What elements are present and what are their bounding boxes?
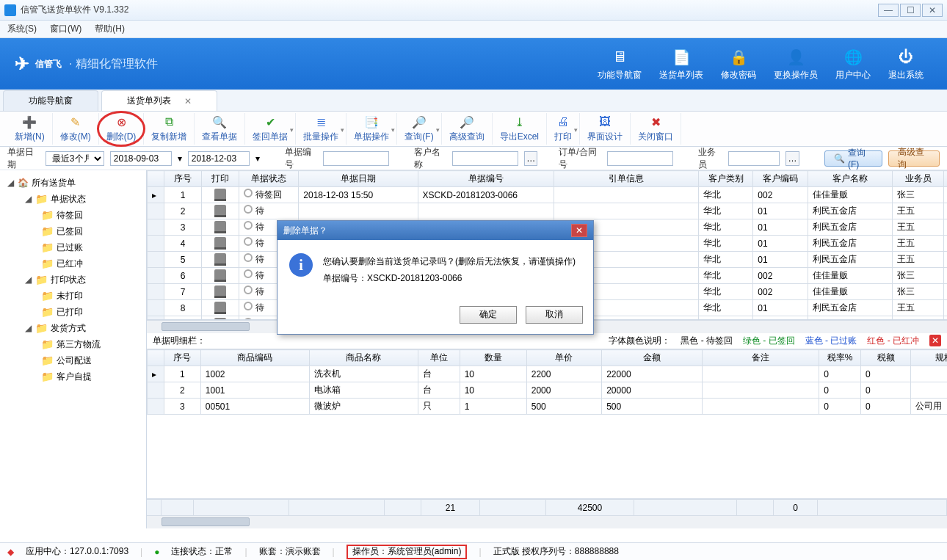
toolbar-界面设计[interactable]: 🖼界面设计 (580, 113, 631, 145)
table-row[interactable]: 21001电冰箱台10200020000001002000 (148, 382, 948, 399)
printer-icon (214, 302, 226, 312)
dialog-close-button[interactable]: ✕ (571, 224, 587, 237)
label-docno: 单据编号 (285, 146, 317, 171)
toolbar-查看单据[interactable]: 🔍查看单据 (195, 113, 245, 145)
cancel-button[interactable]: 取消 (526, 306, 583, 324)
banner-item-1[interactable]: 📄送货单列表 (659, 47, 703, 81)
toolbar-删除(D)[interactable]: ⊗删除(D) (99, 113, 145, 145)
toolbar-新增(N)[interactable]: ➕新增(N) (7, 113, 53, 145)
tree-item[interactable]: 📁第三方物流 (4, 336, 142, 352)
label-date: 单据日期 (7, 146, 40, 171)
toolbar-打印[interactable]: 🖨打印 (547, 113, 580, 145)
table-row[interactable]: ▸1 待签回2018-12-03 15:50XSCKD-20181203-006… (148, 187, 948, 203)
tree-group-docstate[interactable]: ◢📁单据状态 (4, 191, 142, 207)
state-icon (244, 221, 253, 230)
state-icon (244, 237, 253, 246)
docno-input[interactable] (323, 151, 389, 166)
ok-button[interactable]: 确定 (460, 306, 517, 324)
tree-group-shipmethod[interactable]: ◢📁发货方式 (4, 320, 142, 336)
toolbar-导出Excel[interactable]: ⤓导出Excel (493, 113, 547, 145)
info-icon: i (289, 253, 313, 277)
banner-item-4[interactable]: 🌐用户中心 (835, 47, 871, 81)
status-app: 应用中心：127.0.0.1:7093 (26, 545, 128, 558)
totals-row: 21 42500 0 (147, 499, 947, 515)
banner-item-0[interactable]: 🖥功能导航窗 (598, 47, 642, 81)
printer-icon (214, 253, 226, 263)
legend-item: 红色 - 已红冲 (867, 335, 919, 347)
printer-icon (214, 237, 226, 247)
detail-close-button[interactable]: ✕ (929, 335, 941, 346)
state-icon (244, 302, 253, 310)
titlebar: 信管飞送货单软件 V9.1.332 — ☐ ✕ (0, 0, 947, 21)
sales-picker-button[interactable]: … (785, 151, 799, 166)
table-row[interactable]: 2 待华北01利民五金店王五利民五金店张先 (148, 203, 948, 219)
menu-system[interactable]: 系统(S) (7, 23, 37, 35)
tree-root[interactable]: ◢🏠所有送货单 (4, 175, 142, 191)
label-sales: 业务员 (698, 146, 722, 171)
minimize-button[interactable]: — (878, 4, 899, 17)
window-title: 信管飞送货单软件 V9.1.332 (21, 4, 878, 16)
dialog-titlebar[interactable]: 删除单据？ ✕ (277, 221, 593, 240)
toolbar-查询(F)[interactable]: 🔎查询(F) (397, 113, 441, 145)
customer-picker-button[interactable]: … (524, 151, 537, 166)
toolbar-单据操作[interactable]: 📑单据操作 (346, 113, 397, 145)
table-row[interactable]: ▸11002洗衣机台10220022000001002200 (148, 366, 948, 382)
tree-item[interactable]: 📁已签回 (4, 223, 142, 239)
menubar: 系统(S) 窗口(W) 帮助(H) (0, 21, 947, 38)
adv-query-button[interactable]: 高级查询 (888, 150, 940, 167)
close-icon[interactable]: ✕ (184, 96, 192, 106)
toolbar-关闭窗口[interactable]: ✖关闭窗口 (631, 113, 681, 145)
tree-item[interactable]: 📁公司配送 (4, 352, 142, 368)
toolbar-修改(M)[interactable]: ✎修改(M) (53, 113, 99, 145)
detail-grid-wrap[interactable]: 序号商品编码商品名称单位数量单价金额备注税率%税额规格折扣率%折扣单▸11002… (147, 349, 947, 499)
brand-logo: ✈信管飞 (15, 54, 62, 74)
tab-delivery-list[interactable]: 送货单列表✕ (101, 90, 217, 111)
table-row[interactable]: 300501微波炉只150050000公司用100500 (148, 399, 948, 415)
tree-item[interactable]: 📁已过账 (4, 239, 142, 255)
label-customer: 客户名称 (414, 146, 446, 171)
app-icon (4, 4, 16, 16)
date-from-input[interactable] (110, 151, 172, 166)
tree-item[interactable]: 📁已红冲 (4, 255, 142, 272)
tree-item[interactable]: 📁客户自提 (4, 368, 142, 385)
toolbar-复制新增[interactable]: ⧉复制新增 (144, 113, 195, 145)
banner-item-2[interactable]: 🔒修改密码 (721, 47, 756, 81)
tree-item[interactable]: 📁待签回 (4, 207, 142, 223)
h-scrollbar-detail[interactable] (147, 515, 947, 528)
printer-icon (214, 189, 226, 199)
toolbar-高级查询[interactable]: 🔎高级查询 (442, 113, 493, 145)
tree-group-printstate[interactable]: ◢📁打印状态 (4, 272, 142, 288)
date-to-input[interactable] (188, 151, 250, 166)
dialog-message-2: 单据编号：XSCKD-20181203-0066 (323, 270, 576, 287)
delete-confirm-dialog: 删除单据？ ✕ i 您确认要删除当前送货单记录吗？(删除后无法恢复，请谨慎操作)… (277, 220, 594, 335)
toolbar-批量操作[interactable]: ≣批量操作 (296, 113, 346, 145)
printer-icon (214, 269, 226, 280)
legend-label: 字体颜色说明： (609, 335, 670, 347)
banner-item-3[interactable]: 👤更换操作员 (774, 47, 818, 81)
customer-input[interactable] (452, 151, 518, 166)
legend-item: 绿色 - 已签回 (743, 335, 795, 347)
tree-item[interactable]: 📁已打印 (4, 304, 142, 320)
state-icon (244, 269, 253, 278)
state-icon (244, 286, 253, 294)
close-button[interactable]: ✕ (922, 4, 943, 17)
date-range-select[interactable]: 最近3个月 (46, 151, 104, 166)
legend-item: 蓝色 - 已过账 (805, 335, 857, 347)
order-input[interactable] (607, 151, 673, 166)
status-operator: 操作员：系统管理员(admin) (346, 545, 468, 559)
menu-window[interactable]: 窗口(W) (50, 23, 81, 35)
filter-bar: 单据日期 最近3个月 ▾ ▾ 单据编号 客户名称 … 订单/合同号 业务员 … … (0, 147, 947, 170)
legend-item: 黑色 - 待签回 (681, 335, 733, 347)
printer-icon (214, 286, 226, 296)
tab-nav[interactable]: 功能导航窗 (3, 90, 98, 111)
toolbar-签回单据[interactable]: ✔签回单据 (245, 113, 296, 145)
sales-input[interactable] (728, 151, 780, 166)
tab-strip: 功能导航窗 送货单列表✕ (0, 90, 947, 112)
maximize-button[interactable]: ☐ (900, 4, 921, 17)
menu-help[interactable]: 帮助(H) (95, 23, 125, 35)
detail-title: 单据明细栏： (153, 335, 206, 347)
query-button[interactable]: 🔍 查询(F) (824, 150, 882, 167)
dialog-message-1: 您确认要删除当前送货单记录吗？(删除后无法恢复，请谨慎操作) (323, 253, 576, 270)
banner-item-5[interactable]: ⏻退出系统 (888, 47, 924, 81)
tree-item[interactable]: 📁未打印 (4, 288, 142, 304)
